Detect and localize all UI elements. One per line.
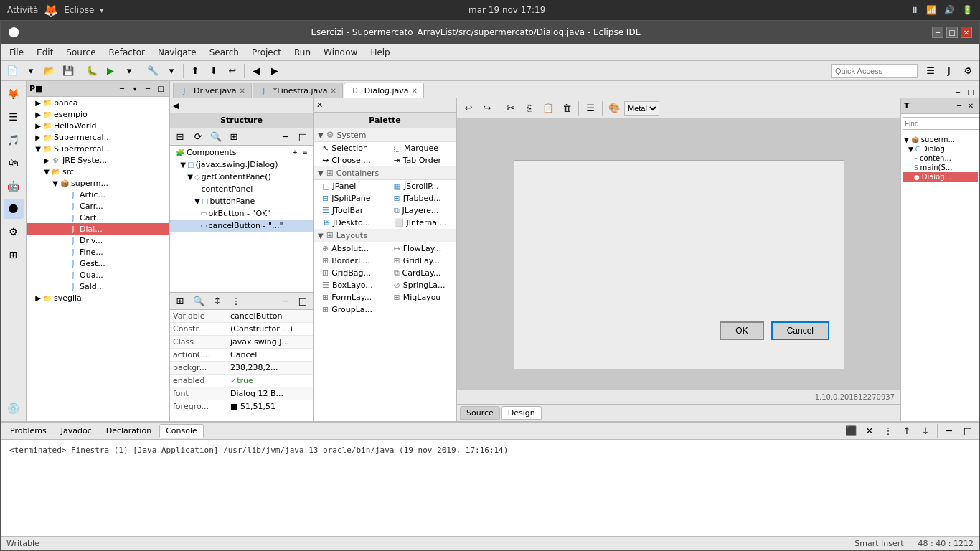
tab-dialog-java[interactable]: D Dialog.java ✕ <box>344 83 424 98</box>
tree-item-esempio[interactable]: ▶ 📁 esempio <box>27 108 169 120</box>
menu-help[interactable]: Help <box>364 46 395 59</box>
cut-button[interactable]: ✂ <box>502 100 519 116</box>
outline-item-superm[interactable]: ▼ 📦 superm... <box>903 135 978 144</box>
menu-source[interactable]: Source <box>60 46 101 59</box>
collapse-all-struct[interactable]: ⊟ <box>171 129 189 145</box>
tree-item-sald[interactable]: J Sald... <box>27 281 169 292</box>
sidebar-icon-store[interactable]: 🛍 <box>4 153 24 173</box>
java-perspective[interactable]: J <box>941 63 958 79</box>
editor-maximize-button[interactable]: □ <box>965 86 976 98</box>
debug-button[interactable]: 🐛 <box>83 63 100 79</box>
activities-label[interactable]: Attività <box>7 5 38 15</box>
struct-buttonpane[interactable]: ▼ □ buttonPane <box>170 195 313 207</box>
filter-struct[interactable]: 🔍 <box>207 129 225 145</box>
remove-button[interactable]: ✕ <box>861 423 878 439</box>
menu-window[interactable]: Window <box>318 46 363 59</box>
prop-value[interactable]: ✓true <box>227 375 313 387</box>
prop-value[interactable]: Cancel <box>227 349 313 361</box>
tab-close-button[interactable]: ✕ <box>239 87 245 95</box>
design-cancel-button[interactable]: Cancel <box>771 321 829 340</box>
sidebar-icon-disk[interactable]: 💿 <box>4 398 24 418</box>
tree-item-driv[interactable]: J Driv... <box>27 235 169 246</box>
prop-value[interactable]: 238,238,2... <box>227 362 313 374</box>
remove-component-btn[interactable]: ≡ <box>300 147 310 157</box>
outline-item-dialog-ctor[interactable]: ● Dialog... <box>903 172 978 182</box>
minimize-panel-button[interactable]: ─ <box>142 83 154 95</box>
external-tools[interactable]: 🔧 <box>144 63 161 79</box>
palette-section-header-system[interactable]: ▼ ⚙ System <box>314 128 456 142</box>
tab-javadoc[interactable]: Javadoc <box>55 424 98 438</box>
minimize-button[interactable]: ─ <box>932 27 943 38</box>
tree-item-supermercal-2[interactable]: ▼ 📁 Supermercal... <box>27 143 169 154</box>
menu-edit[interactable]: Edit <box>31 46 59 59</box>
palette-item-gridlay[interactable]: ⊞ GridLay... <box>385 255 457 267</box>
palette-item-formlay[interactable]: ⊞ FormLay... <box>314 291 385 303</box>
tree-item-fine[interactable]: J Fine... <box>27 246 169 258</box>
palette-section-header-layouts[interactable]: ▼ ⊞ Layouts <box>314 229 456 242</box>
new-dropdown[interactable]: ▾ <box>22 63 39 79</box>
console-more[interactable]: ⋮ <box>880 423 897 439</box>
bottom-maximize[interactable]: □ <box>959 423 976 439</box>
prop-row-enabled[interactable]: enabled ✓true <box>170 375 313 387</box>
dialog-canvas[interactable]: OK Cancel <box>514 139 844 369</box>
tab-close-button[interactable]: ✕ <box>330 87 336 95</box>
tree-item-banca[interactable]: ▶ 📁 banca <box>27 97 169 108</box>
struct-jdialog[interactable]: ▼ □ (javax.swing.JDialog) <box>170 159 313 171</box>
palette-item-jinternal[interactable]: ⬜ JInternal... <box>385 217 457 229</box>
struct-okbutton[interactable]: ▭ okButton - "OK" <box>170 207 313 220</box>
palette-item-jlayere[interactable]: ⧉ JLayere... <box>385 204 457 217</box>
palette-item-taborder[interactable]: ⇥ Tab Order <box>385 154 457 166</box>
prev-annotation[interactable]: ⬆ <box>187 63 204 79</box>
close-button[interactable]: ✕ <box>961 27 972 38</box>
palette-item-choose[interactable]: ↔ Choose ... <box>314 154 385 166</box>
palette-item-jscrollp[interactable]: ▦ JScrollP... <box>385 180 457 192</box>
add-component-btn[interactable]: + <box>290 147 300 157</box>
undo-button[interactable]: ↩ <box>460 100 477 116</box>
tree-item-jre[interactable]: ▶ ⚙ JRE Syste... <box>27 154 169 166</box>
tab-close-button[interactable]: ✕ <box>411 87 417 95</box>
console-expand[interactable]: ↑ <box>898 423 915 439</box>
eclipse-app-label[interactable]: Eclipse <box>64 5 94 15</box>
more-struct[interactable]: ⊞ <box>225 129 242 145</box>
menu-navigate[interactable]: Navigate <box>152 46 202 59</box>
struct-min[interactable]: ─ <box>277 129 294 145</box>
tree-item-carr[interactable]: J Carr... <box>27 200 169 212</box>
sidebar-icon-music[interactable]: 🎵 <box>4 130 24 150</box>
outline-item-contentp[interactable]: F conten... <box>903 154 978 163</box>
struct-max[interactable]: □ <box>294 129 311 145</box>
outline-close[interactable]: ✕ <box>965 100 976 112</box>
struct-getcontentpane[interactable]: ▼ ◇ getContentPane() <box>170 171 313 183</box>
prop-row-action[interactable]: actionC... Cancel <box>170 349 313 362</box>
tab-console[interactable]: Console <box>159 424 204 438</box>
run-button[interactable]: ▶ <box>102 63 119 79</box>
palette-section-header-containers[interactable]: ▼ ⊞ Containers <box>314 166 456 180</box>
prop-value[interactable]: Dialog 12 B... <box>227 387 313 400</box>
tree-item-superm-pkg[interactable]: ▼ 📦 superm... <box>27 177 169 189</box>
sidebar-icon-eclipse[interactable]: 🌑 <box>4 199 24 219</box>
prop-expand[interactable]: ⊞ <box>171 293 189 309</box>
tab-declaration[interactable]: Declaration <box>100 424 158 438</box>
sidebar-icon-firefox[interactable]: 🦊 <box>4 84 24 104</box>
console-contract[interactable]: ↓ <box>917 423 934 439</box>
prop-value[interactable]: javax.swing.J... <box>227 336 313 348</box>
prop-min[interactable]: ─ <box>277 293 294 309</box>
theme-select[interactable]: Metal <box>624 101 659 116</box>
menu-search[interactable]: Search <box>204 46 245 59</box>
prop-filter[interactable]: 🔍 <box>190 293 207 309</box>
prop-row-variable[interactable]: Variable cancelButton <box>170 310 313 323</box>
palette-item-jpanel[interactable]: □ JPanel <box>314 180 385 192</box>
prop-row-fg[interactable]: foregro... ■ 51,51,51 <box>170 400 313 413</box>
prop-row-class[interactable]: Class javax.swing.J... <box>170 336 313 349</box>
palette-item-miglay[interactable]: ⊞ MigLayou <box>385 291 457 303</box>
view-menu-button[interactable]: ▾ <box>129 83 141 95</box>
prop-value[interactable]: ■ 51,51,51 <box>227 400 313 413</box>
struct-cancelbutton[interactable]: ▭ cancelButton - "..." <box>170 220 313 232</box>
tree-item-dial[interactable]: J Dial... <box>27 223 169 235</box>
prop-more[interactable]: ⋮ <box>227 293 245 309</box>
tree-item-supermercal-1[interactable]: ▶ 📁 Supermercal... <box>27 131 169 143</box>
prop-row-bg[interactable]: backgr... 238,238,2... <box>170 362 313 375</box>
palette-item-borderl[interactable]: ⊞ BorderL... <box>314 255 385 267</box>
perspective-button[interactable]: ☰ <box>922 63 939 79</box>
tree-item-sveglia[interactable]: ▶ 📁 sveglia <box>27 292 169 303</box>
palette-item-groupla[interactable]: ⊞ GroupLa... <box>314 303 456 316</box>
